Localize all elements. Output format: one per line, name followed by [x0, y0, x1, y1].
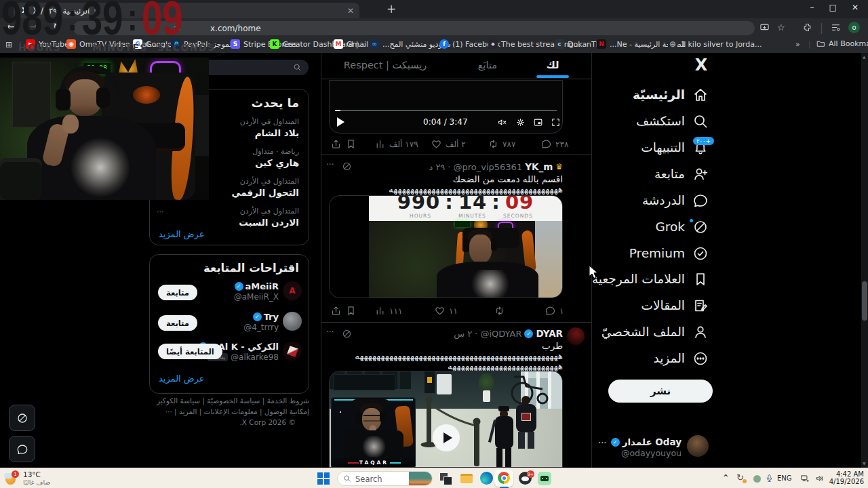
taskbar-search[interactable]: Search: [337, 471, 433, 486]
network-icon[interactable]: [800, 474, 810, 483]
nav-follow[interactable]: متابعة: [556, 165, 709, 183]
suggested-user[interactable]: ✓Try @4_trrry متابعة: [150, 311, 310, 341]
tweet1-bookmark-button[interactable]: [345, 138, 357, 150]
tweet3-grok-icon[interactable]: [342, 329, 352, 339]
nav-bookmarks[interactable]: العلامات المرجعية: [556, 270, 709, 288]
mute-icon[interactable]: [497, 117, 507, 127]
tweet1-share-button[interactable]: [330, 138, 342, 150]
scrollbar-thumb[interactable]: [862, 281, 867, 321]
tweet2-bookmark-button[interactable]: [345, 305, 357, 317]
nav-profile[interactable]: الملف الشخصيّ: [556, 323, 709, 341]
apps-grid-icon[interactable]: ⊞: [5, 40, 12, 49]
tweet2-repost-button[interactable]: [494, 305, 505, 317]
game-app-icon[interactable]: [538, 472, 551, 485]
page-scrollbar[interactable]: ▲ ▼: [861, 53, 868, 468]
bookmark-dokantip[interactable]: cDokanTIP: [555, 39, 603, 49]
window-close-button[interactable]: ✕: [852, 3, 859, 12]
nav-notifications[interactable]: التنبيهات: [556, 139, 709, 157]
reload-button[interactable]: ↻: [53, 21, 61, 32]
discord-icon[interactable]: 9+: [519, 472, 532, 485]
tweet3-header[interactable]: ٢ س · @iQDYAR ✓ DYAR: [366, 328, 563, 339]
bookmark-meta-studio[interactable]: ∞ستوديو منشئي المح...: [370, 39, 451, 49]
play-icon[interactable]: [337, 117, 344, 127]
account-name-row[interactable]: ✓ Oday علمدار: [576, 436, 682, 447]
send-to-device-icon[interactable]: [760, 22, 770, 33]
window-minimize-button[interactable]: –: [810, 3, 814, 12]
nav-articles[interactable]: المقالات: [556, 297, 709, 314]
nav-explore[interactable]: استكشف: [556, 113, 709, 130]
all-bookmarks-button[interactable]: All Bookmarks: [816, 39, 868, 48]
nav-premium[interactable]: Premium: [556, 245, 709, 262]
bookmark-youtube[interactable]: ▶YouTube: [26, 39, 69, 49]
nav-more[interactable]: المزيد: [556, 350, 709, 367]
tweet1-like-button[interactable]: ٢ ألف: [431, 138, 466, 150]
scroll-up-icon[interactable]: ▲: [863, 54, 866, 59]
settings-gear-icon[interactable]: [515, 117, 526, 127]
bookmark-silver[interactable]: ⊕1 kilo silver to Jorda...: [668, 39, 762, 49]
task-view-button[interactable]: [439, 472, 452, 485]
messages-fab[interactable]: [9, 436, 35, 462]
weather-temp[interactable]: 13°C: [23, 470, 41, 479]
play-button[interactable]: [433, 424, 460, 451]
grok-fab[interactable]: [9, 405, 35, 431]
address-bar[interactable]: ⇄ x.com/home: [73, 21, 755, 35]
suggested-user[interactable]: ✓الكركي - Al K… يتابعك @alkarke98 المتاب…: [150, 341, 310, 371]
file-explorer-icon[interactable]: [460, 472, 473, 485]
tab-for-you[interactable]: لك: [532, 60, 574, 70]
new-tab-button[interactable]: +: [387, 2, 396, 16]
footer-links-row2[interactable]: إمكانية الوصولمعلومات الإعلاناتالمزيد ··…: [149, 407, 309, 415]
bookmark-paypal[interactable]: PPayPal: الموجز: [171, 39, 234, 49]
tab-list-icon[interactable]: [831, 22, 841, 33]
tweet3-more-icon[interactable]: ···: [326, 327, 334, 337]
tray-app-dot-icon[interactable]: [753, 475, 761, 483]
tab-close-icon[interactable]: ✕: [347, 6, 354, 16]
tray-chevron-icon[interactable]: ^: [723, 474, 728, 481]
tweet1-video-player[interactable]: 0:04 / 3:47: [329, 80, 563, 134]
tweet2-views[interactable]: ١١١: [374, 305, 402, 317]
start-button[interactable]: [317, 472, 330, 485]
extensions-icon[interactable]: [802, 22, 812, 33]
bookmarks-overflow-icon[interactable]: »: [795, 40, 800, 49]
nav-home[interactable]: الرئيسيّة: [556, 86, 709, 104]
browser-tab[interactable]: X X / الرئيسية (٢٩) ✕: [14, 3, 359, 18]
forward-button[interactable]: →: [30, 21, 38, 32]
back-button[interactable]: ←: [7, 21, 15, 32]
suggestions-show-more[interactable]: عرض المزيد: [159, 373, 204, 384]
tweet2-header[interactable]: ٢٩ د · @pro_vip56361 YK_m ♛: [366, 161, 563, 172]
video-progress-track[interactable]: [335, 110, 557, 111]
trend-item[interactable]: المتداول في الأردن الاردن السبت ···: [150, 202, 309, 232]
tweet3-video[interactable]: TAQAR: [329, 371, 563, 468]
bookmark-google[interactable]: GGoogle: [133, 39, 172, 49]
tab-audio-icon[interactable]: [94, 6, 102, 15]
follow-back-button[interactable]: المتابعة أيضًا: [158, 344, 222, 359]
suggested-user[interactable]: A ✓aMeiiR @aMeiiR_X متابعة: [150, 281, 310, 310]
scroll-down-icon[interactable]: ▼: [863, 461, 866, 466]
edge-icon[interactable]: [480, 472, 494, 485]
account-avatar[interactable]: [687, 435, 709, 457]
tab-following[interactable]: متابَع: [457, 60, 518, 70]
x-logo[interactable]: X: [692, 56, 711, 75]
tweet2-grok-icon[interactable]: [342, 161, 352, 171]
microphone-icon[interactable]: [765, 474, 774, 483]
language-indicator[interactable]: ENG: [777, 474, 792, 482]
nav-grok[interactable]: Grok: [556, 218, 709, 236]
chrome-active-card[interactable]: [494, 470, 513, 487]
trend-more-icon[interactable]: ···: [157, 207, 164, 216]
follow-button[interactable]: متابعة: [158, 285, 197, 300]
footer-links-row1[interactable]: شروط الخدمةسياسة الخصوصيّةسياسة الكوكيز: [149, 396, 309, 405]
tab-respect-list[interactable]: ريسبكت | Respect: [331, 60, 439, 70]
follow-button[interactable]: متابعة: [158, 315, 197, 331]
weather-widget[interactable]: 1: [4, 470, 20, 487]
bookmark-star-icon[interactable]: ☆: [777, 22, 785, 33]
bookmark-gmail[interactable]: MGmail: [334, 39, 368, 49]
split-view-icon[interactable]: ⇄: [174, 24, 180, 33]
pip-icon[interactable]: [533, 117, 543, 127]
post-button[interactable]: نشر: [608, 380, 713, 403]
browser-profile-avatar[interactable]: o: [848, 22, 860, 33]
nav-messages[interactable]: الدردشة: [556, 192, 709, 209]
tweet2-like-button[interactable]: ١١: [434, 305, 458, 317]
speaker-icon[interactable]: [815, 474, 825, 483]
clock-widget[interactable]: 4:42 AM 4/19/2026: [829, 470, 864, 485]
tweet2-video[interactable]: 990:14:09 HOURS MINUTES SECONDS: [329, 195, 563, 298]
tweet1-repost-button[interactable]: ٧٨٧: [488, 138, 515, 150]
